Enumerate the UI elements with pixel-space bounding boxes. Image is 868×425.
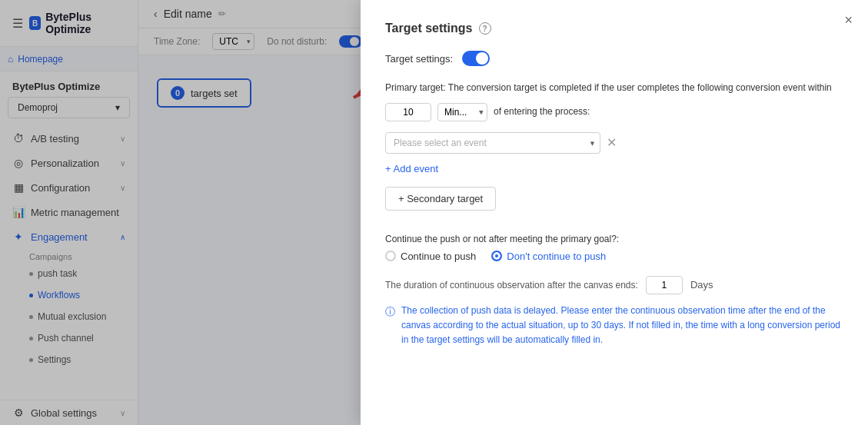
event-select-wrapper: Please select an event ▾ xyxy=(385,132,600,154)
dont-continue-push-label: Don't continue to push xyxy=(507,251,606,262)
radio-circle-dont-continue xyxy=(491,251,502,261)
event-select[interactable]: Please select an event xyxy=(385,132,600,154)
info-note-text: The collection of push data is delayed. … xyxy=(401,304,843,348)
clear-event-button[interactable]: ✕ xyxy=(607,135,617,150)
modal-title: Target settings ? xyxy=(385,22,843,35)
primary-target-desc: Primary target: The conversion target is… xyxy=(385,80,843,121)
conversion-time-input[interactable] xyxy=(385,103,431,121)
duration-input[interactable] xyxy=(646,276,683,294)
secondary-target-section: + Secondary target xyxy=(385,187,843,223)
add-event-button[interactable]: + Add event xyxy=(385,161,438,176)
close-button[interactable]: × xyxy=(844,12,853,28)
of-entering-text: of entering the process: xyxy=(494,104,590,121)
dont-continue-push-option[interactable]: Don't continue to push xyxy=(491,251,606,262)
radio-circle-continue xyxy=(385,251,396,261)
continue-label: Continue the push or not after meeting t… xyxy=(385,234,843,244)
unit-select[interactable]: Min... Hours Days xyxy=(437,103,487,121)
continue-push-label: Continue to push xyxy=(401,251,476,262)
continue-push-option[interactable]: Continue to push xyxy=(385,251,476,262)
primary-target-section: Primary target: The conversion target is… xyxy=(385,80,843,121)
modal-panel: × Target settings ? Target settings: Pri… xyxy=(361,0,868,425)
primary-target-text: Primary target: The conversion target is… xyxy=(385,80,832,97)
info-icon[interactable]: ? xyxy=(479,22,491,35)
secondary-target-label: + Secondary target xyxy=(398,193,483,204)
target-settings-toggle-row: Target settings: xyxy=(385,51,843,66)
info-note: ⓘ The collection of push data is delayed… xyxy=(385,304,843,348)
duration-label: The duration of continuous observation a… xyxy=(385,280,638,291)
duration-row: The duration of continuous observation a… xyxy=(385,276,843,294)
modal-title-text: Target settings xyxy=(385,22,473,35)
unit-selector-wrapper: Min... Hours Days ▾ xyxy=(437,103,487,121)
target-settings-toggle[interactable] xyxy=(462,51,490,66)
add-event-label: + Add event xyxy=(385,163,438,174)
target-settings-label: Target settings: xyxy=(385,53,453,65)
continue-radio-group: Continue to push Don't continue to push xyxy=(385,251,843,262)
event-selector-row: Please select an event ▾ ✕ xyxy=(385,132,843,154)
days-label: Days xyxy=(690,279,713,291)
info-circle-icon: ⓘ xyxy=(385,304,395,320)
secondary-target-button[interactable]: + Secondary target xyxy=(385,187,496,211)
